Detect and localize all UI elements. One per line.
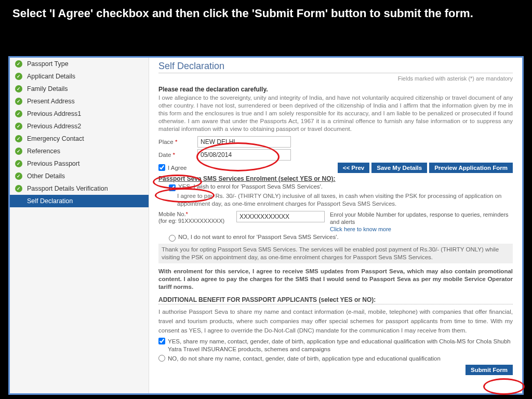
sidebar-item-label: Previous Address1	[27, 110, 81, 117]
mobile-input[interactable]	[236, 211, 325, 222]
main-content: Self Declaration Fields marked with aste…	[149, 58, 522, 393]
check-icon	[15, 148, 22, 155]
mobile-label: Mobile No.* (for eg: 91XXXXXXXXXX)	[158, 211, 231, 224]
share-yes-label: YES, share my name, contact, gender, dat…	[168, 338, 513, 353]
sidebar-item-label: Previous Address2	[27, 123, 81, 130]
sidebar-item-label: Previous Passport	[27, 160, 79, 167]
sidebar-item-self-declaration[interactable]: Self Declaration	[10, 195, 149, 207]
save-button[interactable]: Save My Details	[371, 163, 427, 173]
sms-agree-text: I agree to pay Rs. 30/- (THIRTY ONLY) in…	[177, 192, 513, 208]
check-icon	[15, 73, 22, 80]
check-icon	[15, 185, 22, 192]
sidebar-item-passport-verification[interactable]: Passport Details Verification	[10, 182, 149, 195]
prev-button[interactable]: << Prev	[338, 163, 370, 173]
preview-button[interactable]: Preview Application Form	[429, 163, 513, 173]
sidebar: Passport Type Applicant Details Family D…	[10, 58, 149, 393]
check-icon	[15, 85, 22, 92]
instruction-text: Select 'I Agree' checkbox and then click…	[0, 0, 532, 25]
sidebar-item-present-address[interactable]: Present Address	[10, 95, 149, 108]
check-icon	[15, 60, 22, 68]
check-icon	[15, 172, 22, 180]
submit-button[interactable]: Submit Form	[466, 365, 513, 375]
sms-yes-label: YES, I wish to enrol for 'Passport Seva …	[178, 183, 323, 190]
sidebar-item-label: References	[27, 148, 60, 155]
sidebar-item-previous-address2[interactable]: Previous Address2	[10, 120, 149, 132]
date-label: Date *	[158, 152, 197, 158]
sms-no-label: NO, I do not want to enrol for 'Passport…	[178, 234, 339, 240]
app-frame: Passport Type Applicant Details Family D…	[8, 56, 524, 395]
authorise-text: I authorise Passport Seva to share my na…	[158, 308, 513, 335]
sidebar-item-emergency-contact[interactable]: Emergency Contact	[10, 132, 149, 145]
mobile-side-text: Enrol your Mobile Number for updates, re…	[330, 211, 513, 233]
declaration-text: I owe allegiance to the sovereignty, uni…	[158, 94, 513, 133]
sms-section-heading: Passport Seva SMS Services Enrolment (se…	[158, 175, 513, 182]
check-icon	[15, 110, 22, 117]
sms-no-radio[interactable]	[169, 235, 176, 242]
sidebar-item-label: Applicant Details	[27, 73, 75, 80]
sidebar-item-applicant-details[interactable]: Applicant Details	[10, 70, 149, 83]
date-input[interactable]	[197, 149, 291, 161]
share-no-label: NO, do not share my name, contact, gende…	[168, 355, 441, 363]
agree-checkbox[interactable]	[158, 164, 165, 171]
sidebar-item-previous-address1[interactable]: Previous Address1	[10, 108, 149, 120]
sidebar-item-label: Family Details	[27, 85, 68, 92]
sidebar-item-label: Self Declaration	[27, 197, 73, 205]
sms-yes-checkbox[interactable]	[169, 184, 176, 191]
place-input[interactable]	[197, 136, 291, 148]
check-icon	[15, 135, 22, 142]
check-icon	[15, 98, 22, 105]
place-label: Place *	[158, 139, 197, 145]
sidebar-item-family-details[interactable]: Family Details	[10, 83, 149, 95]
sidebar-item-other-details[interactable]: Other Details	[10, 170, 149, 182]
sms-info-box: Thank you for opting Passport Seva SMS S…	[158, 244, 513, 263]
enrolment-consent-text: With enrolment for this service, I agree…	[158, 268, 513, 291]
declaration-heading: Please read the declaration carefully.	[158, 86, 513, 93]
page-title: Self Declaration	[158, 61, 513, 73]
check-icon	[15, 123, 22, 130]
sidebar-item-label: Other Details	[27, 172, 65, 180]
sidebar-item-label: Passport Type	[27, 60, 69, 68]
share-no-radio[interactable]	[158, 355, 165, 362]
sidebar-item-passport-type[interactable]: Passport Type	[10, 58, 149, 70]
additional-benefit-heading: ADDITIONAL BENEFIT FOR PASSPORT APPLICAN…	[158, 296, 513, 304]
mandatory-note: Fields marked with asterisk (*) are mand…	[158, 75, 513, 82]
sidebar-item-label: Passport Details Verification	[27, 185, 108, 192]
sidebar-item-label: Present Address	[27, 98, 75, 105]
agree-label: I Agree	[168, 165, 187, 171]
check-icon	[15, 160, 22, 167]
sidebar-item-references[interactable]: References	[10, 145, 149, 157]
sidebar-item-previous-passport[interactable]: Previous Passport	[10, 157, 149, 170]
sidebar-item-label: Emergency Contact	[27, 135, 84, 142]
know-more-link[interactable]: Click here to know more	[330, 226, 391, 232]
share-yes-checkbox[interactable]	[158, 338, 165, 344]
